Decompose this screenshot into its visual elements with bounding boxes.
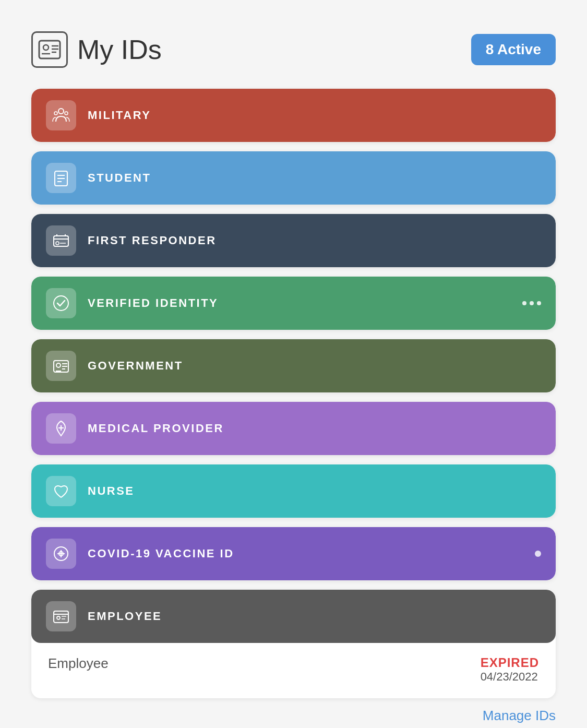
id-card-military[interactable]: MILITARY	[31, 89, 556, 142]
id-card-medical-provider[interactable]: MEDICAL PROVIDER	[31, 402, 556, 455]
expired-label: EXPIRED	[481, 655, 539, 670]
military-icon	[46, 100, 76, 130]
id-card-header-covid[interactable]: COVID-19 VACCINE ID	[31, 527, 556, 580]
id-card-header-military[interactable]: MILITARY	[31, 89, 556, 142]
id-list: MILITARY STUDENT	[31, 89, 556, 698]
employee-status: EXPIRED 04/23/2022	[481, 655, 539, 684]
student-icon	[46, 163, 76, 193]
page-header: My IDs 8 Active	[31, 31, 556, 68]
active-badge: 8 Active	[471, 34, 556, 65]
medical-provider-icon	[46, 413, 76, 444]
nurse-icon	[46, 476, 76, 506]
government-icon	[46, 351, 76, 381]
svg-point-19	[54, 296, 68, 311]
medical-provider-label: MEDICAL PROVIDER	[88, 422, 224, 435]
svg-point-15	[56, 242, 59, 245]
employee-label: EMPLOYEE	[88, 610, 162, 623]
verified-identity-indicator	[522, 301, 541, 305]
id-card-nurse[interactable]: NURSE	[31, 464, 556, 518]
first-responder-label: FIRST RESPONDER	[88, 234, 217, 247]
svg-point-6	[58, 109, 64, 114]
id-card-header-nurse[interactable]: NURSE	[31, 464, 556, 518]
id-card-left-medical-provider: MEDICAL PROVIDER	[46, 413, 224, 444]
student-label: STUDENT	[88, 171, 151, 185]
id-card-left-verified-identity: VERIFIED IDENTITY	[46, 288, 218, 318]
military-label: MILITARY	[88, 109, 151, 122]
header-left: My IDs	[31, 31, 162, 68]
expired-date: 04/23/2022	[481, 670, 539, 684]
employee-icon	[46, 601, 76, 631]
employee-name: Employee	[48, 655, 109, 672]
id-card-first-responder[interactable]: FIRST RESPONDER	[31, 214, 556, 267]
svg-point-8	[65, 112, 68, 115]
employee-detail: Employee EXPIRED 04/23/2022	[31, 643, 556, 698]
svg-point-21	[56, 363, 61, 367]
svg-rect-13	[54, 236, 68, 246]
id-card-header-government[interactable]: GOVERNMENT	[31, 339, 556, 392]
svg-rect-32	[54, 611, 68, 623]
id-card-student[interactable]: STUDENT	[31, 151, 556, 205]
id-card-header-first-responder[interactable]: FIRST RESPONDER	[31, 214, 556, 267]
manage-ids-section: Manage IDs	[31, 708, 556, 724]
verified-identity-label: VERIFIED IDENTITY	[88, 296, 218, 310]
id-card-left-government: GOVERNMENT	[46, 351, 183, 381]
manage-ids-link[interactable]: Manage IDs	[483, 708, 556, 723]
svg-point-1	[43, 45, 49, 50]
id-card-left-covid: COVID-19 VACCINE ID	[46, 539, 234, 569]
id-card-header-verified-identity[interactable]: VERIFIED IDENTITY	[31, 277, 556, 330]
svg-point-7	[54, 112, 57, 115]
id-card-left-military: MILITARY	[46, 100, 151, 130]
page-title: My IDs	[77, 34, 162, 65]
id-card-verified-identity[interactable]: VERIFIED IDENTITY	[31, 277, 556, 330]
id-card-header-medical-provider[interactable]: MEDICAL PROVIDER	[31, 402, 556, 455]
nurse-label: NURSE	[88, 484, 135, 498]
first-responder-icon	[46, 225, 76, 256]
verified-identity-icon	[46, 288, 76, 318]
covid-indicator	[535, 551, 541, 557]
id-card-left-nurse: NURSE	[46, 476, 135, 506]
id-card-left-first-responder: FIRST RESPONDER	[46, 225, 217, 256]
id-card-left-employee: EMPLOYEE	[46, 601, 162, 631]
government-label: GOVERNMENT	[88, 359, 183, 373]
id-card-left-student: STUDENT	[46, 163, 151, 193]
id-card-government[interactable]: GOVERNMENT	[31, 339, 556, 392]
id-card-covid[interactable]: COVID-19 VACCINE ID	[31, 527, 556, 580]
id-card-employee[interactable]: EMPLOYEE Employee EXPIRED 04/23/2022	[31, 590, 556, 698]
id-card-header-student[interactable]: STUDENT	[31, 151, 556, 205]
covid-label: COVID-19 VACCINE ID	[88, 547, 234, 560]
myids-icon	[31, 31, 68, 68]
svg-point-34	[57, 616, 60, 619]
id-card-header-employee[interactable]: EMPLOYEE	[31, 590, 556, 643]
covid-icon	[46, 539, 76, 569]
